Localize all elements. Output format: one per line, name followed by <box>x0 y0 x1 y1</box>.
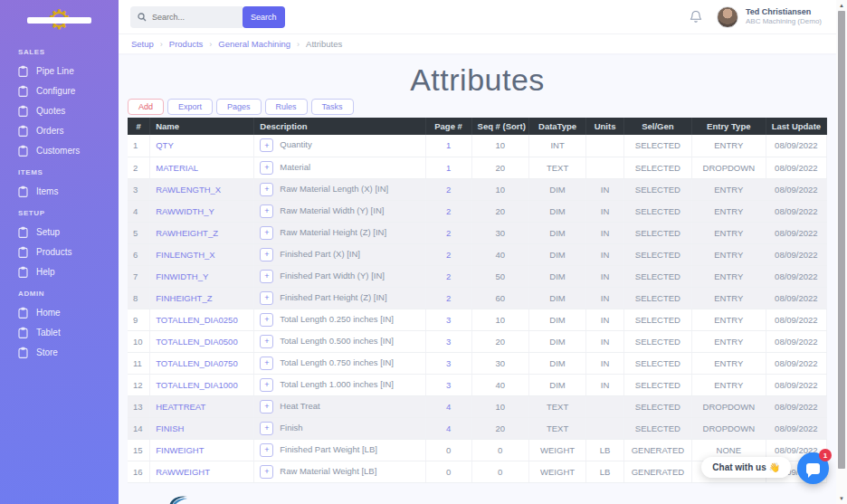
cell-page-number[interactable]: 4 <box>425 395 471 417</box>
expand-plus-button[interactable]: + <box>260 313 273 327</box>
cell-name[interactable]: QTY <box>150 135 254 157</box>
sidebar-item-configure[interactable]: Configure <box>0 81 119 100</box>
sidebar-item-pipe-line[interactable]: Pipe Line <box>0 61 119 81</box>
cell-units: IN <box>586 243 624 265</box>
user-menu[interactable]: Ted Christiansen ABC Machining (Demo) <box>717 6 822 28</box>
sidebar-item-store[interactable]: Store <box>0 342 119 362</box>
page-number-link[interactable]: 3 <box>446 358 451 368</box>
cell-page-number[interactable]: 3 <box>425 352 471 374</box>
page-number-link[interactable]: 3 <box>446 380 451 390</box>
cell-page-number[interactable]: 4 <box>425 417 471 439</box>
cell-seq: 20 <box>471 157 528 178</box>
expand-plus-button[interactable]: + <box>260 183 273 196</box>
cell-name[interactable]: FINLENGTH_X <box>150 243 254 265</box>
expand-plus-button[interactable]: + <box>260 378 273 392</box>
cell-page-number[interactable]: 2 <box>425 265 471 287</box>
chat-with-us-label[interactable]: Chat with us 👋 <box>701 457 791 478</box>
cell-name[interactable]: TOTALLEN_DIA0500 <box>150 330 254 352</box>
sidebar-item-home[interactable]: Home <box>0 302 119 322</box>
cell-page-number[interactable]: 3 <box>425 330 471 352</box>
expand-plus-button[interactable]: + <box>260 443 273 457</box>
cell-page-number[interactable]: 2 <box>425 178 471 200</box>
expand-plus-button[interactable]: + <box>260 226 273 240</box>
expand-plus-button[interactable]: + <box>260 270 273 283</box>
expand-plus-button[interactable]: + <box>260 335 273 348</box>
scroll-down-arrow[interactable]: ▼ <box>836 494 847 503</box>
expand-plus-button[interactable]: + <box>260 204 273 218</box>
cell-page-number[interactable]: 1 <box>425 135 471 157</box>
page-number-link[interactable]: 3 <box>446 337 451 347</box>
export-button[interactable]: Export <box>167 99 213 115</box>
sidebar-item-help[interactable]: Help <box>0 262 119 281</box>
cell-datatype: TEXT <box>528 157 585 178</box>
cell-name[interactable]: FINISH <box>150 417 254 439</box>
expand-plus-button[interactable]: + <box>260 161 273 175</box>
breadcrumb-item-setup[interactable]: Setup <box>131 39 154 49</box>
cell-name[interactable]: HEATTREAT <box>150 395 254 417</box>
sidebar-item-setup[interactable]: Setup <box>0 222 119 242</box>
expand-plus-button[interactable]: + <box>260 248 273 262</box>
sidebar-item-quotes[interactable]: Quotes <box>0 100 119 120</box>
vertical-scrollbar[interactable]: ▲ ▼ <box>836 0 847 504</box>
cell-seq: 40 <box>471 374 528 395</box>
expand-plus-button[interactable]: + <box>260 291 273 305</box>
notifications-bell-icon[interactable] <box>690 10 702 24</box>
topbar-right: Ted Christiansen ABC Machining (Demo) <box>690 6 822 28</box>
tasks-button[interactable]: Tasks <box>311 99 354 115</box>
cell-page-number[interactable]: 2 <box>425 222 471 243</box>
cell-page-number[interactable]: 3 <box>425 374 471 395</box>
expand-plus-button[interactable]: + <box>260 465 273 479</box>
add-button[interactable]: Add <box>128 99 164 115</box>
scroll-up-arrow[interactable]: ▲ <box>836 1 847 10</box>
expand-plus-button[interactable]: + <box>260 400 273 414</box>
pages-button[interactable]: Pages <box>216 99 262 115</box>
search-input[interactable] <box>152 13 235 22</box>
page-number-link[interactable]: 3 <box>446 315 451 325</box>
cell-name[interactable]: MATERIAL <box>150 157 254 178</box>
cell-name[interactable]: RAWWIDTH_Y <box>150 200 254 222</box>
page-number-link[interactable]: 2 <box>446 185 451 195</box>
expand-plus-button[interactable]: + <box>260 357 273 370</box>
cell-page-number[interactable]: 2 <box>425 287 471 309</box>
scrollbar-thumb[interactable] <box>838 11 845 469</box>
cell-page-number[interactable]: 2 <box>425 243 471 265</box>
page-number-link[interactable]: 1 <box>446 163 451 173</box>
cell-datatype: DIM <box>528 374 585 395</box>
page-number-link[interactable]: 4 <box>446 423 451 433</box>
sidebar-item-tablet[interactable]: Tablet <box>0 322 119 342</box>
page-number-link[interactable]: 2 <box>446 228 451 238</box>
cell-name[interactable]: TOTALLEN_DIA1000 <box>150 374 254 395</box>
sidebar-item-customers[interactable]: Customers <box>0 140 119 160</box>
cell-page-number[interactable]: 3 <box>425 309 471 330</box>
cell-name[interactable]: RAWLENGTH_X <box>150 178 254 200</box>
cell-page-number[interactable]: 2 <box>425 200 471 222</box>
sidebar-item-label: Products <box>36 247 71 257</box>
page-number-link[interactable]: 2 <box>446 250 451 260</box>
cell-units: IN <box>586 200 624 222</box>
search-button[interactable]: Search <box>243 6 285 28</box>
sidebar-item-products[interactable]: Products <box>0 242 119 262</box>
breadcrumb-item-general-machining[interactable]: General Machining <box>218 39 290 49</box>
breadcrumb-item-products[interactable]: Products <box>169 39 204 49</box>
cell-name[interactable]: RAWWEIGHT <box>150 461 254 482</box>
expand-plus-button[interactable]: + <box>260 422 273 435</box>
page-number-link[interactable]: 2 <box>446 293 451 303</box>
cell-name[interactable]: TOTALLEN_DIA0750 <box>150 352 254 374</box>
expand-plus-button[interactable]: + <box>260 138 273 152</box>
sidebar-item-orders[interactable]: Orders <box>0 120 119 140</box>
app-logo[interactable]: ⚙ <box>0 0 119 40</box>
chat-button[interactable]: 1 <box>797 452 829 484</box>
page-number-link[interactable]: 1 <box>446 140 451 150</box>
cell-page-number[interactable]: 1 <box>425 157 471 178</box>
cell-name[interactable]: FINWEIGHT <box>150 439 254 461</box>
page-number-link[interactable]: 2 <box>446 206 451 216</box>
cell-name[interactable]: FINHEIGHT_Z <box>150 287 254 309</box>
page-number-link[interactable]: 4 <box>446 402 451 412</box>
sidebar-item-items[interactable]: Items <box>0 181 119 201</box>
cell-name[interactable]: FINWIDTH_Y <box>150 265 254 287</box>
cell-name[interactable]: TOTALLEN_DIA0250 <box>150 309 254 330</box>
rules-button[interactable]: Rules <box>265 99 308 115</box>
page-number-link[interactable]: 2 <box>446 271 451 281</box>
cell-name[interactable]: RAWHEIGHT_Z <box>150 222 254 243</box>
description-text: Raw Material Width (Y) [IN] <box>280 205 384 215</box>
